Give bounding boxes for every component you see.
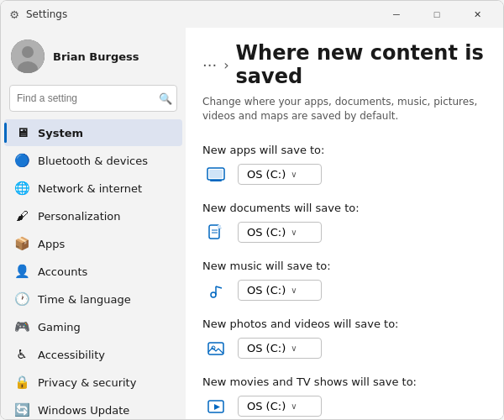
sidebar-item-update[interactable]: 🔄 Windows Update bbox=[4, 396, 182, 419]
nav-icon-privacy: 🔒 bbox=[14, 375, 29, 390]
nav-icon-system: 🖥 bbox=[14, 125, 29, 140]
svg-point-1 bbox=[22, 46, 34, 58]
svg-rect-5 bbox=[209, 170, 223, 178]
nav-list: 🖥 System 🔵 Bluetooth & devices 🌐 Network… bbox=[1, 118, 186, 419]
save-icon-movies bbox=[202, 393, 229, 419]
save-control-documents: OS (C:) ∨ bbox=[202, 219, 486, 246]
svg-point-10 bbox=[211, 292, 216, 297]
user-profile[interactable]: Brian Burgess bbox=[1, 28, 186, 81]
dropdown-value-photos: OS (C:) bbox=[247, 342, 286, 354]
title-bar: ⚙ Settings ─ □ ✕ bbox=[1, 1, 503, 28]
nav-icon-update: 🔄 bbox=[14, 402, 29, 417]
dropdown-arrow-documents: ∨ bbox=[291, 228, 297, 237]
nav-label-network: Network & internet bbox=[38, 182, 142, 195]
dropdown-movies[interactable]: OS (C:) ∨ bbox=[238, 396, 322, 417]
nav-icon-personalization: 🖌 bbox=[14, 208, 29, 223]
save-control-movies: OS (C:) ∨ bbox=[202, 393, 486, 419]
nav-label-time: Time & language bbox=[38, 293, 131, 306]
main-layout: Brian Burgess 🔍 🖥 System 🔵 Bluetooth & d… bbox=[1, 28, 503, 419]
save-label-apps: New apps will save to: bbox=[202, 144, 486, 156]
nav-label-personalization: Personalization bbox=[38, 210, 121, 223]
dropdown-arrow-apps: ∨ bbox=[291, 170, 297, 179]
page-subtitle: Change where your apps, documents, music… bbox=[186, 95, 503, 137]
sidebar-item-privacy[interactable]: 🔒 Privacy & security bbox=[4, 369, 182, 396]
title-bar-left: ⚙ Settings bbox=[8, 8, 377, 21]
window-controls: ─ □ ✕ bbox=[377, 1, 496, 28]
save-rows-container: New apps will save to: OS (C:) ∨ New doc… bbox=[186, 137, 503, 419]
breadcrumb-arrow: › bbox=[223, 57, 228, 73]
nav-icon-accessibility: ♿ bbox=[14, 347, 29, 362]
nav-label-update: Windows Update bbox=[38, 404, 129, 417]
dropdown-music[interactable]: OS (C:) ∨ bbox=[238, 280, 322, 301]
sidebar-item-accessibility[interactable]: ♿ Accessibility bbox=[4, 341, 182, 368]
nav-label-apps: Apps bbox=[38, 238, 65, 250]
sidebar-item-bluetooth[interactable]: 🔵 Bluetooth & devices bbox=[4, 147, 182, 174]
svg-rect-4 bbox=[210, 180, 222, 181]
dropdown-value-apps: OS (C:) bbox=[247, 168, 286, 181]
dropdown-arrow-music: ∨ bbox=[291, 286, 297, 295]
save-icon-apps bbox=[202, 161, 229, 188]
close-button[interactable]: ✕ bbox=[458, 1, 496, 28]
minimize-button[interactable]: ─ bbox=[377, 1, 416, 28]
save-label-movies: New movies and TV shows will save to: bbox=[202, 375, 486, 388]
dropdown-documents[interactable]: OS (C:) ∨ bbox=[238, 222, 322, 243]
nav-icon-accounts: 👤 bbox=[14, 264, 29, 279]
save-label-documents: New documents will save to: bbox=[202, 202, 486, 214]
dropdown-photos[interactable]: OS (C:) ∨ bbox=[238, 338, 322, 359]
content-area: ··· › Where new content is saved Change … bbox=[186, 28, 503, 419]
save-row-photos: New photos and videos will save to: OS (… bbox=[186, 311, 503, 369]
dropdown-arrow-photos: ∨ bbox=[291, 344, 297, 353]
sidebar-item-apps[interactable]: 📦 Apps bbox=[4, 230, 182, 257]
save-row-apps: New apps will save to: OS (C:) ∨ bbox=[186, 137, 503, 195]
nav-icon-gaming: 🎮 bbox=[14, 319, 29, 334]
dropdown-value-movies: OS (C:) bbox=[247, 400, 286, 412]
nav-icon-bluetooth: 🔵 bbox=[14, 153, 29, 168]
save-label-music: New music will save to: bbox=[202, 260, 486, 272]
sidebar-item-personalization[interactable]: 🖌 Personalization bbox=[4, 202, 182, 229]
svg-line-12 bbox=[216, 286, 222, 288]
nav-label-privacy: Privacy & security bbox=[38, 376, 136, 389]
nav-label-accounts: Accounts bbox=[38, 265, 87, 278]
save-row-documents: New documents will save to: OS (C:) ∨ bbox=[186, 195, 503, 253]
maximize-button[interactable]: □ bbox=[417, 1, 456, 28]
save-icon-photos bbox=[202, 335, 229, 362]
avatar bbox=[11, 39, 45, 73]
page-title: Where new content is saved bbox=[236, 41, 486, 88]
save-control-music: OS (C:) ∨ bbox=[202, 277, 486, 304]
breadcrumb-dots[interactable]: ··· bbox=[202, 56, 217, 74]
nav-label-accessibility: Accessibility bbox=[38, 349, 105, 361]
sidebar-item-network[interactable]: 🌐 Network & internet bbox=[4, 175, 182, 202]
save-row-music: New music will save to: OS (C:) ∨ bbox=[186, 253, 503, 311]
search-box: 🔍 bbox=[9, 85, 177, 112]
save-control-apps: OS (C:) ∨ bbox=[202, 161, 486, 188]
sidebar-item-time[interactable]: 🕐 Time & language bbox=[4, 286, 182, 312]
dropdown-apps[interactable]: OS (C:) ∨ bbox=[238, 164, 322, 185]
nav-label-bluetooth: Bluetooth & devices bbox=[38, 155, 148, 167]
nav-label-system: System bbox=[38, 127, 83, 139]
settings-window: ⚙ Settings ─ □ ✕ bbox=[0, 0, 504, 420]
save-label-photos: New photos and videos will save to: bbox=[202, 318, 486, 330]
nav-icon-time: 🕐 bbox=[14, 291, 29, 307]
title-bar-title: Settings bbox=[26, 8, 67, 20]
nav-icon-network: 🌐 bbox=[14, 181, 29, 196]
dropdown-value-documents: OS (C:) bbox=[247, 226, 286, 239]
nav-label-gaming: Gaming bbox=[38, 321, 81, 333]
save-row-movies: New movies and TV shows will save to: OS… bbox=[186, 369, 503, 419]
settings-window-icon: ⚙ bbox=[8, 8, 21, 21]
svg-rect-13 bbox=[208, 343, 223, 354]
save-icon-music bbox=[202, 277, 229, 304]
dropdown-value-music: OS (C:) bbox=[247, 284, 286, 297]
nav-icon-apps: 📦 bbox=[14, 236, 29, 251]
save-icon-documents bbox=[202, 219, 229, 246]
sidebar-item-gaming[interactable]: 🎮 Gaming bbox=[4, 313, 182, 340]
search-input[interactable] bbox=[9, 85, 177, 112]
content-header: ··· › Where new content is saved bbox=[186, 28, 503, 95]
save-control-photos: OS (C:) ∨ bbox=[202, 335, 486, 362]
sidebar-item-accounts[interactable]: 👤 Accounts bbox=[4, 258, 182, 285]
dropdown-arrow-movies: ∨ bbox=[291, 402, 297, 411]
sidebar: Brian Burgess 🔍 🖥 System 🔵 Bluetooth & d… bbox=[1, 28, 186, 419]
svg-rect-7 bbox=[218, 225, 221, 228]
search-icon: 🔍 bbox=[159, 92, 172, 105]
user-name: Brian Burgess bbox=[53, 50, 139, 63]
sidebar-item-system[interactable]: 🖥 System bbox=[4, 119, 182, 146]
